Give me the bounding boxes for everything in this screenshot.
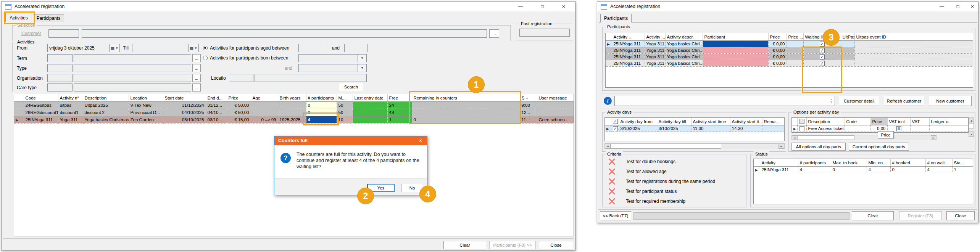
cell-price2[interactable] bbox=[787, 47, 803, 54]
customer-search-spinner[interactable]: ▲▼ bbox=[829, 96, 833, 105]
cell-free[interactable]: 1 bbox=[387, 116, 412, 124]
current-option-button[interactable]: Current option all day parts bbox=[849, 143, 909, 151]
cell-max[interactable]: 50 bbox=[337, 102, 353, 109]
row-selector[interactable] bbox=[606, 47, 612, 54]
close-icon[interactable]: × bbox=[967, 2, 978, 10]
col-header[interactable]: Activity start ti... bbox=[730, 118, 762, 125]
participants-f8-button[interactable]: Participants (F8) >> bbox=[489, 241, 536, 249]
scrollbar-track[interactable] bbox=[969, 128, 974, 132]
cell-age[interactable]: 0 => 99 bbox=[251, 116, 278, 124]
col-header-s[interactable]: S ▼ bbox=[520, 94, 537, 102]
close-button-right[interactable]: Close bbox=[946, 211, 975, 220]
customer-code-input[interactable] bbox=[48, 29, 79, 38]
row-selector[interactable]: ▶ bbox=[754, 167, 760, 173]
search-button[interactable]: Search bbox=[339, 83, 363, 91]
cell-s[interactable]: 11... bbox=[520, 116, 537, 124]
col-header[interactable]: Ledger c... bbox=[929, 118, 968, 125]
type-name-input[interactable] bbox=[74, 64, 191, 72]
table-row[interactable]: 26REGdiscount1 discount1 discount 2 Prov… bbox=[14, 109, 574, 116]
cell-participants[interactable]: 0 bbox=[306, 109, 337, 116]
term-name-input[interactable] bbox=[74, 54, 191, 62]
cell-remark[interactable] bbox=[762, 125, 784, 132]
participant-row[interactable]: 25INYoga 311 Yoga 311 Yoga basics Chri..… bbox=[606, 54, 973, 60]
back-f7-button[interactable]: << Back (F7) bbox=[600, 211, 631, 220]
dialog-close-icon[interactable]: × bbox=[417, 137, 424, 144]
col-header[interactable]: Code bbox=[845, 118, 870, 125]
cell-activity-nr[interactable]: Yoga 311 bbox=[645, 41, 665, 47]
col-header-price-selected[interactable]: Price bbox=[870, 118, 887, 125]
cell-birth-years[interactable] bbox=[278, 102, 306, 109]
cell-activity-nr[interactable]: Yoga 311 bbox=[645, 47, 665, 54]
cell-age[interactable] bbox=[251, 109, 278, 116]
col-header[interactable]: Price ... bbox=[787, 33, 803, 41]
col-header[interactable]: # on wait... bbox=[925, 159, 952, 167]
col-header[interactable]: Birth years bbox=[278, 94, 306, 102]
cell-birth-years[interactable]: 1925-2025 bbox=[278, 116, 306, 124]
cell-price[interactable]: € 15,00 bbox=[227, 116, 251, 124]
care-type-browse-button[interactable]: ... bbox=[192, 83, 201, 91]
col-header[interactable]: # participants bbox=[798, 159, 831, 167]
col-header[interactable]: Sta... bbox=[952, 159, 973, 167]
cell-selected[interactable] bbox=[797, 125, 806, 132]
customer-label[interactable]: Customer bbox=[21, 31, 41, 36]
customer-name-input[interactable] bbox=[82, 29, 487, 38]
activity-day-row[interactable]: ▶ ✓ 3/10/2025 3/10/2025 11:30 14:30 bbox=[605, 125, 784, 132]
cell-participant[interactable] bbox=[703, 41, 768, 47]
participant-row[interactable]: 25INYoga 311 Yoga 311 Yoga basics Chri..… bbox=[606, 47, 973, 54]
organisation-name-input[interactable] bbox=[74, 74, 191, 82]
cell-activity-nr[interactable]: discount1 bbox=[58, 109, 83, 116]
col-header[interactable]: Activity start time bbox=[691, 118, 730, 125]
cell-end-date[interactable]: 31/12... bbox=[206, 102, 227, 109]
cell-description[interactable]: Uitpas 2025 bbox=[83, 102, 129, 109]
cell-activity[interactable]: 25INYoga 311 bbox=[612, 60, 645, 67]
scroll-left-icon[interactable]: ◄ bbox=[605, 144, 611, 149]
spin-up-icon[interactable]: ▲ bbox=[830, 98, 832, 101]
born-from-dropdown-icon[interactable]: ▼ bbox=[358, 54, 367, 62]
col-header[interactable]: Activity bbox=[760, 159, 798, 167]
row-selector[interactable] bbox=[14, 102, 24, 109]
scroll-up-icon[interactable]: ▲ bbox=[969, 118, 974, 123]
scrollbar-track[interactable] bbox=[721, 144, 779, 149]
cell-price[interactable]: € 0,00 bbox=[768, 60, 787, 67]
cell-option-code[interactable] bbox=[845, 125, 870, 132]
col-header[interactable]: UitPas... bbox=[841, 33, 854, 41]
cell-location[interactable]: Zen Garden bbox=[129, 116, 163, 124]
cell-uitpas-event-id[interactable] bbox=[854, 60, 973, 67]
cell-participants[interactable]: 0 bbox=[306, 102, 337, 109]
cell-start-date[interactable]: 31/12/2024 bbox=[163, 102, 206, 109]
cell-option-description[interactable]: Free Access ticket bbox=[806, 125, 845, 132]
new-customer-button[interactable]: New customer bbox=[929, 96, 972, 106]
cell-birth-years[interactable] bbox=[278, 109, 306, 116]
options-vscrollbar[interactable]: ▲ ▼ bbox=[969, 117, 974, 137]
cell-s[interactable]: 12... bbox=[520, 109, 537, 116]
cell-participants-selected[interactable]: 4 bbox=[306, 116, 337, 124]
cell-price2[interactable] bbox=[787, 60, 803, 67]
clear-button[interactable]: Clear bbox=[443, 241, 486, 249]
age-from-input[interactable] bbox=[298, 44, 322, 52]
cell-min-on[interactable]: 4 bbox=[867, 167, 890, 173]
col-header-activity[interactable]: Activity ▲ bbox=[612, 33, 645, 41]
cell-uitpas[interactable] bbox=[841, 41, 854, 47]
col-header[interactable]: # participants bbox=[306, 94, 337, 102]
col-header[interactable]: Activity ... bbox=[645, 33, 665, 41]
cell-description[interactable]: discount 2 bbox=[83, 109, 129, 116]
cell-waiting-list[interactable]: ✓ bbox=[803, 54, 841, 60]
cell-price[interactable]: € 0,00 bbox=[768, 54, 787, 60]
cell-free[interactable]: 24 bbox=[387, 102, 412, 109]
col-header[interactable]: Activity n° bbox=[58, 94, 83, 102]
cell-price[interactable]: € 0,00 bbox=[768, 47, 787, 54]
cell-activity-nr[interactable]: Yoga 311 bbox=[645, 54, 665, 60]
cell-uitpas[interactable] bbox=[841, 54, 854, 60]
tab-participants[interactable]: Participants bbox=[33, 14, 64, 22]
term-code-input[interactable] bbox=[47, 54, 73, 62]
participant-row[interactable]: 25INYoga 311 Yoga 311 Yoga basics Chri..… bbox=[606, 60, 973, 67]
select-all-header[interactable] bbox=[797, 118, 806, 125]
col-header[interactable]: M... bbox=[337, 94, 353, 102]
tab-activities[interactable]: Activities bbox=[5, 13, 32, 22]
cell-max-to-book[interactable]: 0 bbox=[831, 167, 867, 173]
row-selector[interactable]: ▶ bbox=[605, 125, 611, 132]
col-header[interactable]: Last entry date bbox=[353, 94, 387, 102]
cell-activity[interactable]: 25INYoga 311 bbox=[612, 47, 645, 54]
type-browse-button[interactable]: ... bbox=[192, 64, 201, 72]
option-checkbox[interactable] bbox=[799, 126, 804, 131]
